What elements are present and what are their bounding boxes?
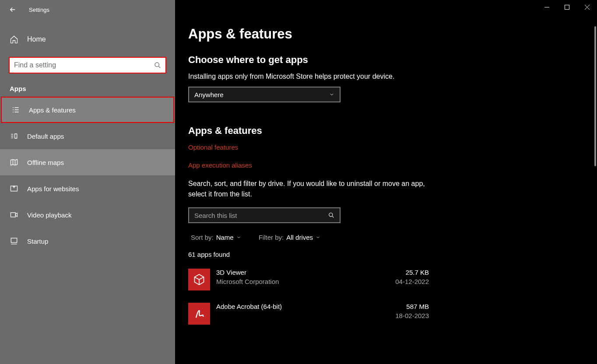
sort-filter-bar: Sort by: Name Filter by: All drives — [188, 234, 591, 241]
section-choose-apps: Choose where to get apps — [188, 54, 591, 66]
app-meta: 25.7 KB 04-12-2022 — [395, 269, 429, 285]
section-apps-features: Apps & features — [188, 125, 591, 136]
sidebar-home-label: Home — [27, 35, 46, 43]
filter-value: All drives — [286, 234, 313, 241]
home-icon — [10, 35, 18, 44]
choose-desc: Installing apps only from Microsoft Stor… — [188, 73, 591, 80]
svg-point-5 — [329, 213, 333, 217]
websites-icon — [10, 184, 18, 193]
chevron-down-icon — [316, 235, 320, 240]
scrollbar-thumb[interactable] — [594, 26, 596, 166]
app-list-search-input[interactable] — [194, 212, 328, 219]
nav-list: Apps & features Default apps Offline map… — [0, 97, 175, 254]
back-icon[interactable] — [9, 6, 17, 14]
sidebar-header: Settings — [0, 0, 175, 19]
search-icon — [154, 62, 161, 69]
search-icon — [328, 212, 334, 218]
sidebar-search[interactable] — [9, 57, 166, 74]
filter-label: Filter by: — [259, 234, 284, 241]
nav-label: Startup — [27, 238, 48, 245]
app-text: Adobe Acrobat (64-bit) — [216, 303, 395, 312]
svg-rect-4 — [565, 5, 569, 9]
sidebar: Settings Home Apps Apps & features Defau… — [0, 0, 175, 364]
app-publisher: Microsoft Corporation — [216, 278, 395, 285]
chevron-down-icon — [329, 92, 334, 97]
app-icon-acrobat — [188, 303, 210, 325]
nav-apps-websites[interactable]: Apps for websites — [0, 175, 175, 202]
app-name: Adobe Acrobat (64-bit) — [216, 303, 395, 310]
main-content: Apps & features Choose where to get apps… — [175, 0, 597, 364]
sort-label: Sort by: — [191, 234, 214, 241]
svg-rect-2 — [11, 213, 16, 217]
sort-by-dropdown[interactable]: Sort by: Name — [191, 234, 241, 241]
acrobat-icon — [193, 308, 205, 320]
titlebar — [537, 0, 597, 14]
content-area: Apps & features Choose where to get apps… — [188, 0, 591, 327]
page-title: Apps & features — [188, 26, 591, 42]
sidebar-home[interactable]: Home — [0, 29, 175, 50]
dropdown-value: Anywhere — [194, 91, 224, 98]
app-row[interactable]: 3D Viewer Microsoft Corporation 25.7 KB … — [188, 266, 429, 293]
minimize-button[interactable] — [537, 0, 557, 14]
app-date: 18-02-2023 — [395, 312, 429, 319]
startup-icon — [10, 237, 18, 245]
app-meta: 587 MB 18-02-2023 — [395, 303, 429, 319]
search-input[interactable] — [14, 61, 154, 69]
nav-offline-maps[interactable]: Offline maps — [0, 149, 175, 175]
app-size: 25.7 KB — [395, 269, 429, 276]
app-text: 3D Viewer Microsoft Corporation — [216, 269, 395, 285]
cube-icon — [193, 273, 205, 286]
svg-point-0 — [155, 63, 159, 66]
window-title: Settings — [29, 7, 49, 13]
nav-label: Default apps — [27, 133, 64, 140]
nav-label: Video playback — [27, 211, 71, 219]
chevron-down-icon — [236, 235, 241, 240]
app-icon-3dviewer — [188, 269, 210, 290]
svg-rect-3 — [11, 238, 17, 242]
app-date: 04-12-2022 — [395, 278, 429, 285]
close-button[interactable] — [577, 0, 597, 14]
category-label: Apps — [10, 85, 175, 92]
video-icon — [10, 210, 18, 219]
nav-startup[interactable]: Startup — [0, 228, 175, 254]
app-row[interactable]: Adobe Acrobat (64-bit) 587 MB 18-02-2023 — [188, 300, 429, 327]
link-app-aliases[interactable]: App execution aliases — [188, 161, 591, 169]
app-source-dropdown[interactable]: Anywhere — [188, 87, 341, 102]
map-icon — [10, 158, 18, 167]
app-name: 3D Viewer — [216, 269, 395, 276]
link-optional-features[interactable]: Optional features — [188, 144, 591, 151]
apps-count: 61 apps found — [188, 251, 591, 258]
filter-by-dropdown[interactable]: Filter by: All drives — [259, 234, 320, 241]
nav-video-playback[interactable]: Video playback — [0, 202, 175, 228]
maximize-button[interactable] — [557, 0, 577, 14]
nav-label: Apps & features — [29, 106, 76, 114]
defaults-icon — [10, 132, 18, 140]
nav-apps-features[interactable]: Apps & features — [1, 97, 174, 123]
nav-default-apps[interactable]: Default apps — [0, 123, 175, 149]
nav-label: Offline maps — [27, 159, 64, 166]
sort-value: Name — [216, 234, 234, 241]
app-list-search[interactable] — [188, 207, 341, 223]
list-icon — [11, 105, 20, 114]
app-size: 587 MB — [395, 303, 429, 310]
filter-desc: Search, sort, and filter by drive. If yo… — [188, 178, 433, 200]
scrollbar[interactable] — [594, 26, 596, 362]
nav-label: Apps for websites — [27, 185, 79, 192]
